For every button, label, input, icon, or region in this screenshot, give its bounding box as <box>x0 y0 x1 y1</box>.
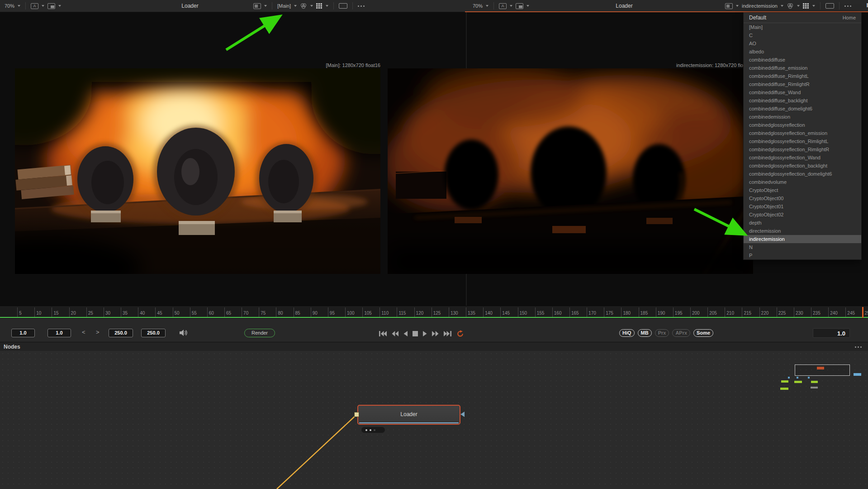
chevron-down-icon[interactable] <box>781 5 783 7</box>
channel-menu-item[interactable]: combineddiffuse <box>744 56 861 64</box>
channel-menu-item[interactable]: AO <box>744 39 861 48</box>
audio-icon[interactable] <box>179 329 188 338</box>
render-button[interactable]: Render <box>244 329 275 337</box>
channel-menu-item[interactable]: CryptoObject02 <box>744 211 861 219</box>
ruler-tick: 50 <box>173 307 180 317</box>
play-button[interactable] <box>423 331 427 336</box>
toolbar-divider <box>839 2 840 10</box>
chevron-down-icon[interactable] <box>812 5 815 7</box>
jump-start-button[interactable] <box>379 331 387 336</box>
more-options-icon[interactable] <box>358 5 365 7</box>
subview-icon[interactable] <box>47 3 55 9</box>
channel-menu-item[interactable]: [Main] <box>744 23 861 31</box>
node-output-connector[interactable] <box>460 412 465 417</box>
channel-menu-item[interactable]: combineddiffuse_RimlightL <box>744 72 861 80</box>
subview-icon[interactable] <box>516 3 523 9</box>
channel-menu-item[interactable]: combineddiffuse_emission <box>744 64 861 72</box>
chevron-down-icon[interactable] <box>18 5 20 7</box>
left-viewer-zoom-level[interactable]: 70% <box>5 3 14 9</box>
channel-menu-item[interactable]: combinedemission <box>744 113 861 121</box>
chevron-down-icon[interactable] <box>736 5 739 7</box>
channel-menu-item[interactable]: CryptoObject <box>744 186 861 194</box>
color-controls-icon[interactable] <box>787 3 794 9</box>
playback-scale-field[interactable]: 1.0 <box>813 328 850 338</box>
timeline-ruler[interactable]: 5101520253035404550556065707580859095100… <box>0 306 868 317</box>
channel-menu-item[interactable]: P <box>744 251 861 259</box>
view-layout-icon[interactable] <box>253 3 261 9</box>
channel-menu-item[interactable]: directemission <box>744 227 861 235</box>
lut-grid-icon[interactable] <box>316 3 323 9</box>
channel-menu-item[interactable]: combinedglossyreflection_backlight <box>744 162 861 170</box>
channel-menu-item[interactable]: combinedglossyreflection_Wand <box>744 153 861 162</box>
channel-menu-item[interactable]: combineddiffuse_Wand <box>744 88 861 96</box>
current-frame-field[interactable]: 1.0 <box>11 329 35 337</box>
lut-grid-icon[interactable] <box>803 3 809 9</box>
toolbar-divider <box>493 2 494 10</box>
chevron-down-icon[interactable] <box>510 5 512 7</box>
quality-toggle-some[interactable]: Some <box>693 329 713 337</box>
right-viewer-image[interactable] <box>388 68 753 274</box>
ruler-tick: 205 <box>707 307 717 317</box>
playhead-marker[interactable] <box>862 307 863 318</box>
channel-menu-item[interactable]: combinedvolume <box>744 178 861 186</box>
channel-menu-item[interactable]: combineddiffuse_backlight <box>744 96 861 105</box>
channel-menu-item[interactable]: depth <box>744 219 861 227</box>
left-viewer-image[interactable] <box>15 68 380 274</box>
channel-menu-item[interactable]: combineddiffuse_domelight6 <box>744 105 861 113</box>
channel-menu-item[interactable]: combinedglossyreflection_RimlightL <box>744 137 861 145</box>
quality-toggle-mb[interactable]: MB <box>638 329 652 337</box>
channel-menu-item[interactable]: combinedglossyreflection_emission <box>744 129 861 137</box>
chevron-down-icon[interactable] <box>310 5 313 7</box>
jump-end-button[interactable] <box>444 331 451 336</box>
channel-menu-item[interactable]: albedo <box>744 48 861 56</box>
roi-rect-icon[interactable] <box>825 3 834 9</box>
channel-menu-item[interactable]: C <box>744 31 861 39</box>
channel-menu-home-button[interactable]: Home <box>843 15 856 20</box>
ab-buffer-icon[interactable]: A <box>499 3 507 9</box>
node-input-connector[interactable] <box>354 412 359 417</box>
chevron-down-icon[interactable] <box>264 5 267 7</box>
ab-buffer-icon[interactable]: A <box>31 3 38 9</box>
range-start-field[interactable]: 250.0 <box>109 329 133 337</box>
quality-toggle-aprx[interactable]: APrx <box>672 329 690 337</box>
right-viewer-zoom-level[interactable]: 70% <box>473 3 483 9</box>
view-layout-icon[interactable] <box>725 3 733 9</box>
chevron-down-icon[interactable] <box>486 5 489 7</box>
ruler-tick: 150 <box>518 307 527 317</box>
channel-menu-item[interactable]: combinedglossyreflection <box>744 121 861 129</box>
transport-bar: 1.0 1.0 < > 250.0 250.0 Render HiQMBPrxA… <box>0 318 868 342</box>
range-end-field[interactable]: 250.0 <box>141 329 166 337</box>
fast-forward-button[interactable] <box>432 331 439 336</box>
channel-menu-item[interactable]: CryptoObject00 <box>744 194 861 202</box>
chevron-down-icon[interactable] <box>326 5 328 7</box>
chevron-down-icon[interactable] <box>42 5 44 7</box>
node-editor[interactable]: Loader <box>0 351 868 489</box>
color-controls-icon[interactable] <box>300 3 307 9</box>
chevron-down-icon[interactable] <box>797 5 800 7</box>
nodes-more-options-icon[interactable] <box>855 346 862 348</box>
secondary-frame-field[interactable]: 1.0 <box>47 329 71 337</box>
stop-button[interactable] <box>413 331 418 336</box>
channel-menu-item[interactable]: combineddiffuse_RimlightR <box>744 80 861 88</box>
channel-menu-item[interactable]: combinedglossyreflection_domelight6 <box>744 170 861 178</box>
quality-toggle-hiq[interactable]: HiQ <box>619 329 635 337</box>
chevron-down-icon[interactable] <box>294 5 297 7</box>
right-viewer-channel-select[interactable]: indirectemission <box>742 3 778 9</box>
quality-toggle-prx[interactable]: Prx <box>655 329 669 337</box>
roi-rect-icon[interactable] <box>339 3 347 9</box>
channel-menu-item[interactable]: indirectemission <box>744 235 861 243</box>
channel-menu-item[interactable]: N <box>744 243 861 251</box>
minimap-viewport-rect[interactable] <box>795 364 850 376</box>
channel-menu-item[interactable]: CryptoObject01 <box>744 202 861 211</box>
channel-menu-item[interactable]: combinedglossyreflection_RimlightR <box>744 145 861 153</box>
fast-reverse-button[interactable] <box>392 331 398 336</box>
loop-button[interactable] <box>456 330 464 337</box>
more-options-icon[interactable] <box>844 5 851 7</box>
chevron-down-icon[interactable] <box>526 5 529 7</box>
step-forward-button[interactable]: > <box>96 329 100 336</box>
play-reverse-button[interactable] <box>403 331 408 336</box>
step-back-button[interactable]: < <box>82 329 85 336</box>
left-viewer-channel-select[interactable]: [Main] <box>277 3 291 9</box>
loader-node[interactable]: Loader <box>357 405 460 425</box>
chevron-down-icon[interactable] <box>58 5 61 7</box>
